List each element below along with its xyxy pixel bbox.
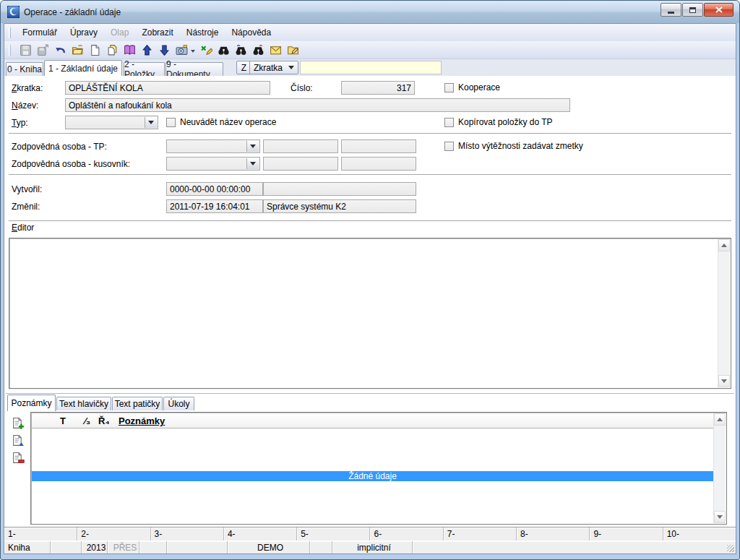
copy-icon[interactable] (105, 43, 120, 58)
editor-scrollbar[interactable] (718, 239, 730, 387)
quick-search-input[interactable] (300, 61, 442, 74)
menu-zobrazit[interactable]: Zobrazit (135, 25, 179, 40)
menubar: Formulář Úpravy Olap Zobrazit Nástroje N… (4, 24, 736, 41)
arrow-up-icon[interactable] (139, 43, 155, 58)
mail-icon[interactable] (268, 43, 283, 58)
app-window: Operace - základní údaje Formulář Úpravy… (0, 0, 740, 560)
col-fraction[interactable]: ⁄₃ (77, 415, 98, 426)
status-cell (413, 541, 736, 553)
binoculars-up-icon[interactable] (233, 43, 249, 58)
tab-text-paticky[interactable]: Text patičky (112, 397, 163, 410)
scroll-down-icon[interactable] (718, 375, 730, 387)
scroll-up-icon[interactable] (718, 239, 730, 251)
combo-dropdown-icon[interactable] (246, 158, 259, 169)
misto-label: Místo výtěžnosti zadávat zmetky (458, 141, 583, 151)
binoculars-icon[interactable] (216, 43, 231, 58)
zkratka-label: Zkratka: (12, 83, 43, 93)
save-icon[interactable] (18, 43, 33, 58)
window-controls (661, 3, 733, 21)
typ-combo[interactable] (65, 116, 158, 129)
menu-formular[interactable]: Formulář (16, 25, 64, 40)
kopirovat-checkbox[interactable]: Kopírovat položky do TP (444, 117, 553, 127)
tab-dokumenty[interactable]: 9 - Dokumenty (165, 62, 223, 76)
menubar-grip[interactable] (9, 27, 11, 38)
kopirovat-label: Kopírovat položky do TP (458, 117, 553, 127)
undo-icon[interactable] (53, 43, 68, 58)
new-document-icon[interactable] (87, 43, 103, 58)
status-f7: 7- (444, 527, 517, 540)
scroll-track[interactable] (718, 251, 730, 375)
toolbar-grip[interactable] (9, 45, 11, 56)
scroll-down-icon[interactable] (714, 511, 726, 523)
tab-polozky[interactable]: 2 - Položky (124, 62, 165, 76)
camera-dropdown-caret-icon[interactable] (191, 50, 195, 55)
scroll-track[interactable] (714, 426, 726, 511)
notes-scrollbar[interactable] (713, 413, 726, 523)
window-title: Operace - základní údaje (24, 7, 121, 17)
save-as-icon[interactable] (35, 43, 51, 58)
minimize-icon[interactable] (661, 3, 681, 17)
menu-upravy[interactable]: Úpravy (64, 25, 104, 40)
status-f6: 6- (370, 527, 443, 540)
delete-note-icon[interactable] (12, 452, 25, 465)
tab-poznamky[interactable]: Poznámky (7, 395, 56, 411)
osoba-tp-code-field[interactable] (263, 139, 338, 153)
kooperace-label: Kooperace (458, 82, 500, 92)
osoba-kusovnik-name-field[interactable] (341, 157, 416, 171)
combo-dropdown-icon[interactable] (246, 141, 259, 152)
neuvadet-checkbox[interactable]: Neuvádět název operace (166, 117, 276, 127)
sign-edit-icon[interactable] (199, 43, 214, 58)
status-cell (167, 541, 228, 553)
osoba-tp-combo[interactable] (166, 139, 260, 153)
misto-checkbox[interactable]: Místo výtěžnosti zadávat zmetky (444, 141, 583, 151)
folder-edit-icon[interactable] (285, 43, 301, 58)
status-f2: 2- (77, 527, 150, 540)
search-field-selector[interactable]: Zkratka (249, 61, 298, 74)
osoba-tp-name-field[interactable] (341, 139, 416, 153)
menu-napoveda[interactable]: Nápověda (225, 25, 278, 40)
col-poznamky[interactable]: Poznámky (119, 415, 713, 426)
maximize-icon[interactable] (682, 3, 703, 17)
close-icon[interactable] (704, 3, 733, 17)
nazev-label: Název: (12, 100, 38, 111)
osoba-kusovnik-combo[interactable] (166, 157, 260, 171)
open-folder-icon[interactable] (70, 43, 85, 58)
binoculars-next-icon[interactable] (251, 43, 266, 58)
book-icon[interactable] (122, 43, 137, 58)
col-radek[interactable]: Ř₄ (98, 415, 119, 426)
titlebar: Operace - základní údaje (1, 1, 739, 23)
menu-nastroje[interactable]: Nástroje (180, 25, 225, 40)
add-note-icon[interactable] (12, 417, 25, 431)
notes-table-body[interactable]: Žádné údaje (32, 429, 713, 523)
scroll-up-icon[interactable] (714, 413, 726, 426)
camera-icon[interactable] (174, 43, 189, 58)
chevron-down-icon (288, 66, 294, 72)
kooperace-checkbox[interactable]: Kooperace (444, 82, 500, 92)
zmenil-user-field: Správce systému K2 (263, 199, 416, 213)
osoba-kusovnik-code-field[interactable] (263, 157, 338, 171)
zkratka-field[interactable]: OPLÁŠTĚNÍ KOLA (65, 81, 270, 95)
col-type[interactable]: T (49, 415, 77, 426)
notes-table-header: T ⁄₃ Ř₄ Poznámky (32, 413, 713, 428)
tab-zakladni-udaje[interactable]: 1 - Základní údaje (44, 60, 122, 76)
edit-note-icon[interactable] (12, 434, 25, 448)
combo-dropdown-icon[interactable] (145, 117, 157, 128)
resize-grip[interactable] (727, 545, 734, 552)
empty-data-row: Žádné údaje (32, 471, 713, 481)
tab-ukoly[interactable]: Úkoly (163, 397, 194, 410)
col-row-marker[interactable] (32, 421, 49, 421)
arrow-down-icon[interactable] (157, 43, 172, 58)
record-tabrow: 0 - Kniha 1 - Základní údaje 2 - Položky… (4, 59, 736, 76)
editor-textarea[interactable] (11, 240, 717, 387)
checkbox-icon (166, 118, 176, 127)
nazev-field[interactable]: Opláštění a nafoukání kola (65, 98, 570, 112)
separator (9, 174, 731, 176)
app-icon[interactable] (7, 6, 20, 18)
osoba-tp-label: Zodpovědná osoba - TP: (12, 142, 107, 152)
checkbox-icon (444, 83, 454, 92)
editor-label: Editor (12, 223, 34, 233)
tab-kniha[interactable]: 0 - Kniha (6, 62, 43, 76)
search-field-selector-label: Zkratka (254, 63, 283, 73)
cislo-field[interactable]: 317 (341, 81, 415, 95)
tab-text-hlavicky[interactable]: Text hlavičky (56, 397, 111, 410)
